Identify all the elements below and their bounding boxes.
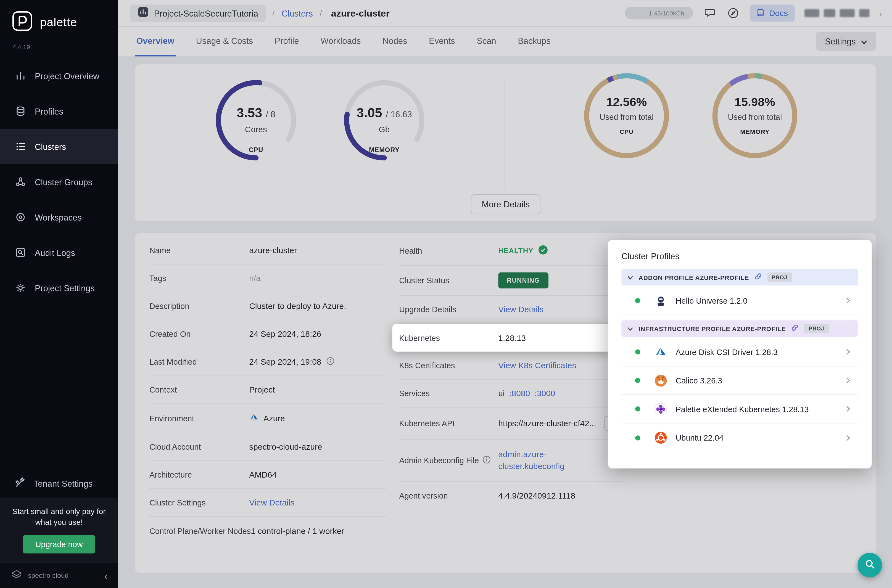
cpu-total-value: / 8	[266, 110, 275, 119]
app-viewport: palette 4.4.19 Project Overview Profiles…	[0, 0, 892, 588]
sidebar-item-label: Project Settings	[35, 283, 95, 292]
spectro-cloud-logo-icon	[10, 568, 23, 582]
detail-row-environment: Environment Azure	[149, 404, 386, 433]
cpu-donut-label: CPU	[581, 128, 672, 135]
info-icon[interactable]	[482, 456, 491, 466]
sidebar-item-cluster-groups[interactable]: Cluster Groups	[0, 164, 118, 200]
metrics-divider	[505, 76, 505, 190]
help-compass-icon[interactable]	[726, 6, 740, 20]
health-status: HEALTHY	[498, 247, 533, 255]
service-port-3000-link[interactable]: :3000	[535, 388, 556, 398]
memory-unit: Gb	[339, 125, 430, 134]
docs-label: Docs	[769, 9, 788, 18]
detail-row-services: Services ui :8080 :3000	[399, 380, 622, 408]
info-icon[interactable]	[326, 357, 335, 367]
detail-row-tags: Tags n/a	[149, 264, 386, 292]
detail-row-nodes: Control Plane/Worker Nodes 1 control-pla…	[149, 517, 386, 545]
upgrade-view-details-link[interactable]: View Details	[498, 305, 544, 314]
chevron-right-icon	[844, 434, 851, 441]
profile-item-hello-universe[interactable]: Hello Universe 1.2.0	[622, 286, 858, 315]
sidebar-item-workspaces[interactable]: Workspaces	[0, 200, 118, 235]
main-content: Project-ScaleSecureTutoria / Clusters / …	[118, 0, 892, 588]
brand: palette	[0, 0, 118, 38]
search-fab-button[interactable]	[857, 553, 882, 578]
profile-item-palette-extended-kubernetes[interactable]: Palette eXtended Kubernetes 1.28.13	[622, 395, 858, 423]
memory-used-percent: 15.98%	[709, 95, 800, 109]
profile-item-ubuntu[interactable]: Ubuntu 22.04	[622, 423, 858, 452]
breadcrumb-clusters-link[interactable]: Clusters	[281, 8, 313, 18]
tab-events[interactable]: Events	[428, 27, 456, 56]
cluster-settings-view-details-link[interactable]: View Details	[249, 498, 294, 507]
hello-universe-icon	[653, 294, 668, 308]
tab-profile[interactable]: Profile	[273, 27, 300, 56]
detail-row-name: Name azure-cluster	[149, 237, 386, 264]
footer-brand-name: spectro cloud	[28, 572, 99, 580]
brand-name: palette	[40, 15, 77, 29]
tenant-settings-label: Tenant Settings	[34, 479, 93, 489]
sidebar-item-project-overview[interactable]: Project Overview	[0, 58, 118, 94]
tab-workloads[interactable]: Workloads	[320, 27, 362, 56]
more-details-button[interactable]: More Details	[471, 194, 541, 214]
tab-scan[interactable]: Scan	[476, 27, 497, 56]
sidebar-footer: spectro cloud ‹	[0, 562, 118, 588]
status-dot-green	[635, 406, 640, 412]
memory-total-value: / 16.63	[386, 110, 412, 119]
sidebar-item-label: Cluster Groups	[35, 177, 92, 187]
status-dot-green	[635, 435, 640, 440]
infrastructure-profile-group-header[interactable]: INFRASTRUCTURE PROFILE AZURE-PROFILE PRO…	[622, 320, 858, 337]
detail-row-cluster-status: Cluster Status RUNNING	[399, 266, 622, 296]
service-port-8080-link[interactable]: :8080	[509, 388, 530, 398]
tab-nodes[interactable]: Nodes	[381, 27, 408, 56]
detail-row-kubernetes-spotlight: Kubernetes 1.28.13	[392, 324, 612, 352]
clusters-icon	[14, 140, 27, 153]
chat-icon[interactable]	[703, 6, 716, 20]
tab-usage-costs[interactable]: Usage & Costs	[195, 27, 254, 56]
collapse-sidebar-icon[interactable]: ‹	[104, 570, 108, 581]
sidebar-item-label: Audit Logs	[35, 248, 75, 257]
kubernetes-version: 1.28.13	[498, 333, 526, 342]
project-selector[interactable]: Project-ScaleSecureTutoria	[130, 4, 266, 22]
settings-button[interactable]: Settings	[816, 32, 876, 51]
cpu-gauge-label: CPU	[210, 147, 302, 153]
detail-row-kubernetes-api: Kubernetes API https://azure-cluster-cf4…	[399, 408, 622, 440]
gear-icon	[14, 282, 27, 294]
cpu-unit: Cores	[210, 125, 302, 134]
cpu-used-percent: 12.56%	[581, 95, 672, 109]
sidebar-spacer	[0, 306, 118, 470]
sidebar: palette 4.4.19 Project Overview Profiles…	[0, 0, 118, 588]
sidebar-item-label: Clusters	[35, 142, 66, 151]
tab-overview[interactable]: Overview	[135, 27, 176, 56]
view-k8s-certificates-link[interactable]: View K8s Certificates	[498, 361, 576, 370]
nodes-icon	[14, 176, 27, 188]
kubeconfig-download-link[interactable]: admin.azure-cluster.kubeconfig	[498, 448, 566, 472]
sidebar-item-tenant-settings[interactable]: Tenant Settings	[0, 470, 118, 498]
pxk-icon	[653, 402, 668, 416]
chevron-right-icon[interactable]: ›	[879, 8, 882, 18]
toolbar-redacted-icons[interactable]	[805, 9, 869, 17]
redacted-icon	[805, 9, 819, 17]
profile-item-calico[interactable]: Calico 3.26.3	[622, 366, 858, 395]
chevron-down-icon	[861, 36, 867, 46]
proj-scope-badge: PROJ	[767, 273, 792, 282]
cpu-donut-caption: Used from total	[581, 112, 672, 122]
memory-gauge: 3.05 / 16.63 Gb MEMORY	[339, 75, 430, 166]
tools-icon	[14, 477, 26, 490]
profile-item-azure-csi[interactable]: Azure Disk CSI Driver 1.28.3	[622, 338, 858, 366]
tab-backups[interactable]: Backups	[517, 27, 552, 56]
sidebar-item-label: Project Overview	[35, 71, 99, 81]
sidebar-item-audit-logs[interactable]: Audit Logs	[0, 235, 118, 270]
docs-button[interactable]: Docs	[750, 5, 795, 22]
sidebar-item-clusters[interactable]: Clusters	[0, 129, 118, 164]
azure-icon	[653, 345, 668, 359]
settings-label: Settings	[825, 36, 856, 46]
app-version: 4.4.19	[0, 38, 118, 58]
details-left-column: Name azure-cluster Tags n/a Description …	[149, 237, 386, 573]
layers-icon	[14, 105, 27, 117]
cpu-gauge: 3.53 / 8 Cores CPU	[210, 75, 302, 166]
upgrade-now-button[interactable]: Upgrade now	[23, 535, 95, 554]
redacted-icon	[859, 9, 869, 17]
addon-profile-group-header[interactable]: ADDON PROFILE AZURE-PROFILE PROJ	[622, 269, 858, 285]
sidebar-item-project-settings[interactable]: Project Settings	[0, 270, 118, 306]
cluster-tabs: Overview Usage & Costs Profile Workloads…	[118, 27, 892, 56]
sidebar-item-profiles[interactable]: Profiles	[0, 94, 118, 129]
